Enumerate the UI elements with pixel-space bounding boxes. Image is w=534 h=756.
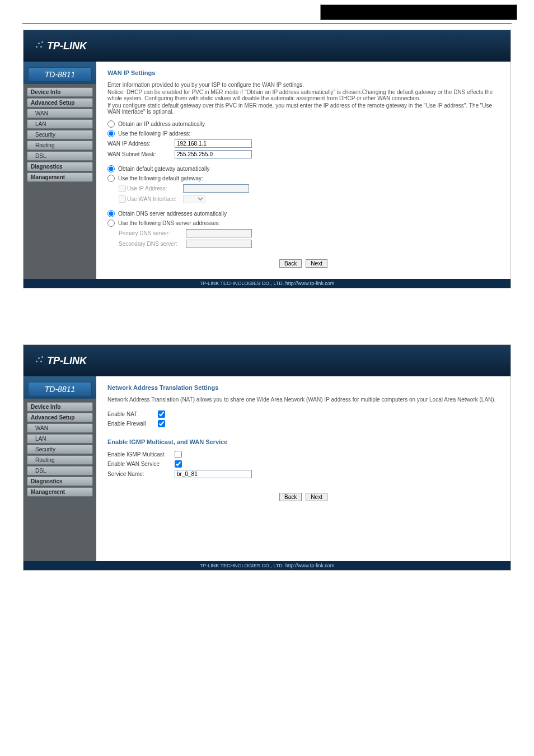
back-button[interactable]: Back <box>279 259 302 268</box>
page-title: WAN IP Settings <box>107 69 499 76</box>
label-wan-mask: WAN Subnet Mask: <box>107 151 175 157</box>
radio-dns-auto[interactable] <box>107 210 115 217</box>
nav-security[interactable]: Security <box>27 130 93 139</box>
sidebar: TD-8811 Device Info Advanced Setup WAN L… <box>24 62 96 279</box>
doc-header-black-box <box>320 4 517 20</box>
page-title-2: Network Address Translation Settings <box>107 384 499 391</box>
select-use-wan-if[interactable] <box>183 195 205 203</box>
doc-hr <box>22 24 512 24</box>
logo-icon-2 <box>35 356 44 365</box>
input-dns2[interactable] <box>186 240 252 248</box>
input-wan-ip[interactable] <box>175 139 252 148</box>
desc-2: Notice: DHCP can be enabled for PVC in M… <box>107 89 499 101</box>
header-bar-2: TP-LINK <box>24 345 510 376</box>
checkbox-use-wan-if[interactable] <box>119 195 126 203</box>
content-pane-2: Network Address Translation Settings Net… <box>96 376 510 561</box>
radio-obtain-ip-auto[interactable] <box>107 120 115 128</box>
sidebar-2: TD-8811 Device Info Advanced Setup WAN L… <box>24 376 96 561</box>
screenshot-wan-ip: TP-LINK TD-8811 Device Info Advanced Set… <box>23 30 511 288</box>
logo-icon <box>35 41 44 50</box>
desc-3: If you configure static default gateway … <box>107 102 499 115</box>
label-use-following-ip: Use the following IP address: <box>118 130 190 137</box>
brand-text-2: TP-LINK <box>47 355 87 367</box>
nav-wan[interactable]: WAN <box>27 109 93 118</box>
label-use-wan-if: Use WAN Interface: <box>127 196 183 202</box>
label-dns2: Secondary DNS server: <box>119 241 186 247</box>
content-pane: WAN IP Settings Enter information provid… <box>96 62 510 279</box>
screenshot-nat: TP-LINK TD-8811 Device Info Advanced Set… <box>23 344 511 571</box>
input-use-ip[interactable] <box>183 184 249 193</box>
next-button-2[interactable]: Next <box>306 493 327 501</box>
footer-bar: TP-LINK TECHNOLOGIES CO., LTD. http://ww… <box>24 279 510 288</box>
desc-1: Enter information provided to you by you… <box>107 82 499 88</box>
radio-gw-auto[interactable] <box>107 165 115 172</box>
label-obtain-ip-auto: Obtain an IP address automatically <box>118 121 205 127</box>
header-bar: TP-LINK <box>24 30 510 62</box>
label-dns-auto: Obtain DNS server addresses automaticall… <box>118 211 227 217</box>
back-button-2[interactable]: Back <box>279 493 302 501</box>
radio-use-following-ip[interactable] <box>107 130 115 137</box>
checkbox-enable-nat[interactable] <box>158 410 165 418</box>
nav2-diagnostics[interactable]: Diagnostics <box>27 477 93 486</box>
radio-dns-static[interactable] <box>107 220 115 227</box>
label-gw-auto: Obtain default gateway automatically <box>118 166 209 172</box>
radio-gw-static[interactable] <box>107 175 115 182</box>
checkbox-enable-wan-service[interactable] <box>175 460 182 468</box>
checkbox-enable-igmp[interactable] <box>175 451 182 458</box>
label-gw-static: Use the following default gateway: <box>118 175 203 181</box>
input-service-name[interactable] <box>175 470 252 478</box>
nav2-device-info[interactable]: Device Info <box>27 402 93 412</box>
nav-lan[interactable]: LAN <box>27 119 93 129</box>
nav2-management[interactable]: Management <box>27 487 93 497</box>
nav-diagnostics[interactable]: Diagnostics <box>27 162 93 171</box>
brand-text: TP-LINK <box>47 40 87 52</box>
nav2-lan[interactable]: LAN <box>27 434 93 444</box>
label-dns-static: Use the following DNS server addresses: <box>118 220 220 226</box>
nav2-routing[interactable]: Routing <box>27 455 93 465</box>
footer-bar-2: TP-LINK TECHNOLOGIES CO., LTD. http://ww… <box>24 561 510 570</box>
checkbox-use-ip[interactable] <box>119 185 126 192</box>
label-enable-nat: Enable NAT <box>107 411 158 417</box>
label-enable-igmp: Enable IGMP Multicast <box>107 451 175 458</box>
input-wan-mask[interactable] <box>175 150 252 158</box>
section-igmp-wan: Enable IGMP Multicast, and WAN Service <box>107 438 499 445</box>
nav-management[interactable]: Management <box>27 172 93 182</box>
label-service-name: Service Name: <box>107 471 175 477</box>
model-badge-2: TD-8811 <box>28 382 92 396</box>
nav2-dsl[interactable]: DSL <box>27 466 93 475</box>
label-use-ip: Use IP Address: <box>127 185 183 192</box>
nav-advanced-setup[interactable]: Advanced Setup <box>27 98 93 108</box>
label-dns1: Primary DNS server: <box>119 230 186 236</box>
nat-desc: Network Address Translation (NAT) allows… <box>107 396 499 403</box>
model-badge: TD-8811 <box>28 67 92 82</box>
next-button[interactable]: Next <box>306 259 327 268</box>
input-dns1[interactable] <box>186 229 252 237</box>
label-wan-ip: WAN IP Address: <box>107 141 175 147</box>
nav-routing[interactable]: Routing <box>27 141 93 150</box>
nav-dsl[interactable]: DSL <box>27 151 93 161</box>
checkbox-enable-firewall[interactable] <box>158 420 165 427</box>
nav-device-info[interactable]: Device Info <box>27 87 93 97</box>
nav2-wan[interactable]: WAN <box>27 423 93 433</box>
label-enable-firewall: Enable Firewall <box>107 421 158 427</box>
nav2-security[interactable]: Security <box>27 445 93 454</box>
nav2-advanced-setup[interactable]: Advanced Setup <box>27 413 93 422</box>
label-enable-wan-service: Enable WAN Service <box>107 461 175 467</box>
